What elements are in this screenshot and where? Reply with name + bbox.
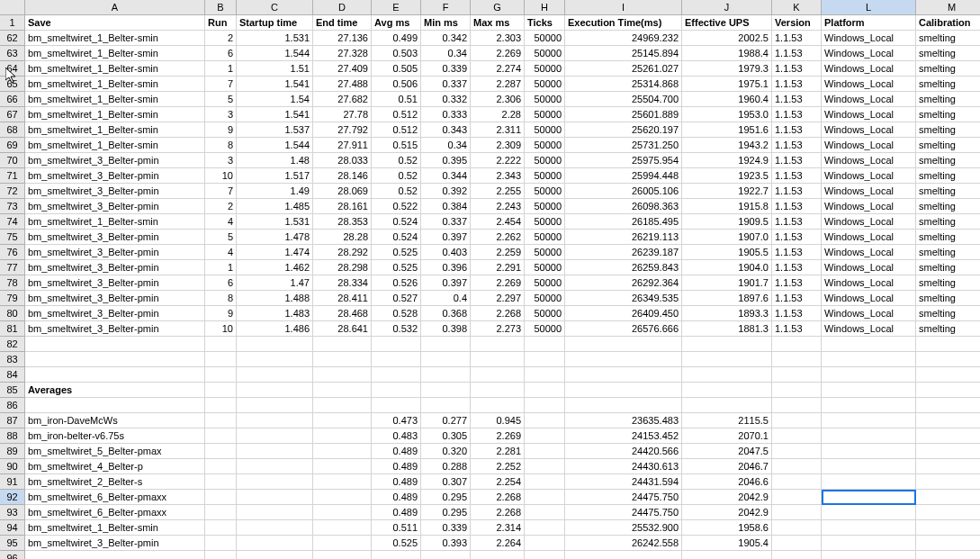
cell-a[interactable]: bm_smeltwiret_3_Belter-pmin — [25, 184, 205, 199]
cell-e[interactable]: 0.515 — [372, 138, 421, 153]
cell-a[interactable]: bm_smeltwiret_3_Belter-pmin — [25, 245, 205, 260]
cell-e[interactable]: 0.473 — [372, 413, 421, 428]
cell-k[interactable]: 1.1.53 — [772, 107, 822, 122]
cell-b[interactable] — [205, 490, 237, 505]
row-header[interactable]: 89 — [0, 444, 25, 459]
cell-l[interactable] — [822, 413, 916, 428]
cell-h[interactable] — [525, 444, 565, 459]
cell-g[interactable]: 2.303 — [471, 31, 525, 46]
row-header[interactable]: 78 — [0, 275, 25, 291]
cell-d[interactable]: 27.78 — [313, 107, 372, 122]
cell-i[interactable]: 25975.954 — [565, 153, 682, 168]
column-header-E[interactable]: E — [372, 0, 421, 15]
cell-e[interactable] — [372, 337, 421, 352]
header-cell[interactable]: Max ms — [471, 15, 525, 31]
cell-l[interactable] — [822, 505, 916, 520]
cell-g[interactable]: 2.262 — [471, 230, 525, 245]
cell-f[interactable]: 0.393 — [421, 536, 471, 551]
cell-c[interactable] — [237, 398, 313, 413]
cell-f[interactable] — [421, 398, 471, 413]
cell-j[interactable]: 2046.6 — [682, 474, 772, 490]
cell-l[interactable]: Windows_Local — [822, 291, 916, 306]
cell-d[interactable]: 28.161 — [313, 199, 372, 214]
cell-j[interactable]: 1975.1 — [682, 77, 772, 92]
column-header-C[interactable]: C — [237, 0, 313, 15]
cell-a[interactable]: bm_smeltwiret_1_Belter-smin — [25, 77, 205, 92]
row-header[interactable]: 84 — [0, 367, 25, 383]
cell-c[interactable] — [237, 444, 313, 459]
cell-k[interactable]: 1.1.53 — [772, 184, 822, 199]
cell-k[interactable]: 1.1.53 — [772, 230, 822, 245]
cell-h[interactable] — [525, 505, 565, 520]
cell-i[interactable]: 26242.558 — [565, 536, 682, 551]
cell-l[interactable]: Windows_Local — [822, 107, 916, 122]
cell-i[interactable]: 25601.889 — [565, 107, 682, 122]
cell-g[interactable]: 2.268 — [471, 306, 525, 321]
cell-m[interactable]: smelting — [916, 46, 980, 61]
cell-a[interactable]: bm_smeltwiret_3_Belter-pmin — [25, 230, 205, 245]
cell-j[interactable] — [682, 367, 772, 383]
cell-e[interactable]: 0.525 — [372, 260, 421, 275]
cell-j[interactable]: 2042.9 — [682, 505, 772, 520]
cell-i[interactable]: 25314.868 — [565, 77, 682, 92]
cell-a[interactable]: Averages — [25, 383, 205, 398]
cell-a[interactable]: bm_smeltwiret_3_Belter-pmin — [25, 168, 205, 184]
cell-j[interactable]: 1953.0 — [682, 107, 772, 122]
cell-b[interactable]: 6 — [205, 275, 237, 291]
cell-f[interactable]: 0.307 — [421, 474, 471, 490]
column-header-M[interactable]: M — [916, 0, 980, 15]
cell-d[interactable]: 28.298 — [313, 260, 372, 275]
cell-k[interactable] — [772, 474, 822, 490]
cell-h[interactable] — [525, 367, 565, 383]
cell-m[interactable] — [916, 337, 980, 352]
cell-i[interactable] — [565, 367, 682, 383]
cell-m[interactable]: smelting — [916, 214, 980, 230]
cell-d[interactable]: 27.682 — [313, 92, 372, 107]
cell-c[interactable]: 1.544 — [237, 138, 313, 153]
cell-a[interactable]: bm_smeltwiret_4_Belter-p — [25, 459, 205, 474]
cell-c[interactable]: 1.478 — [237, 230, 313, 245]
cell-g[interactable]: 2.243 — [471, 199, 525, 214]
cell-h[interactable]: 50000 — [525, 107, 565, 122]
cell-l[interactable]: Windows_Local — [822, 214, 916, 230]
cell-j[interactable]: 2042.9 — [682, 490, 772, 505]
cell-e[interactable]: 0.489 — [372, 444, 421, 459]
cell-d[interactable]: 27.328 — [313, 46, 372, 61]
cell-k[interactable]: 1.1.53 — [772, 214, 822, 230]
cell-m[interactable] — [916, 505, 980, 520]
row-header[interactable]: 69 — [0, 138, 25, 153]
cell-b[interactable]: 8 — [205, 291, 237, 306]
cell-i[interactable]: 26098.363 — [565, 199, 682, 214]
cell-l[interactable]: Windows_Local — [822, 168, 916, 184]
cell-k[interactable]: 1.1.53 — [772, 122, 822, 138]
header-cell[interactable]: Run — [205, 15, 237, 31]
cell-h[interactable]: 50000 — [525, 31, 565, 46]
cell-a[interactable]: bm_iron-belter-v6.75s — [25, 428, 205, 444]
cell-a[interactable]: bm_smeltwiret_3_Belter-pmin — [25, 291, 205, 306]
cell-j[interactable]: 1951.6 — [682, 122, 772, 138]
cell-c[interactable]: 1.54 — [237, 92, 313, 107]
cell-c[interactable] — [237, 505, 313, 520]
cell-g[interactable]: 2.454 — [471, 214, 525, 230]
cell-d[interactable]: 27.792 — [313, 122, 372, 138]
cell-k[interactable]: 1.1.53 — [772, 275, 822, 291]
cell-b[interactable]: 9 — [205, 122, 237, 138]
cell-k[interactable]: 1.1.53 — [772, 46, 822, 61]
cell-h[interactable]: 50000 — [525, 184, 565, 199]
cell-j[interactable]: 1907.0 — [682, 230, 772, 245]
cell-a[interactable]: bm_smeltwiret_1_Belter-smin — [25, 520, 205, 536]
cell-i[interactable]: 26259.843 — [565, 260, 682, 275]
cell-j[interactable] — [682, 398, 772, 413]
cell-m[interactable]: smelting — [916, 184, 980, 199]
cell-i[interactable]: 24475.750 — [565, 505, 682, 520]
cell-l[interactable] — [822, 459, 916, 474]
row-header[interactable]: 75 — [0, 230, 25, 245]
header-cell[interactable]: Avg ms — [372, 15, 421, 31]
cell-b[interactable] — [205, 413, 237, 428]
cell-d[interactable]: 27.488 — [313, 77, 372, 92]
cell-f[interactable]: 0.337 — [421, 214, 471, 230]
cell-l[interactable]: Windows_Local — [822, 199, 916, 214]
cell-d[interactable] — [313, 520, 372, 536]
cell-i[interactable]: 25620.197 — [565, 122, 682, 138]
cell-f[interactable]: 0.320 — [421, 444, 471, 459]
